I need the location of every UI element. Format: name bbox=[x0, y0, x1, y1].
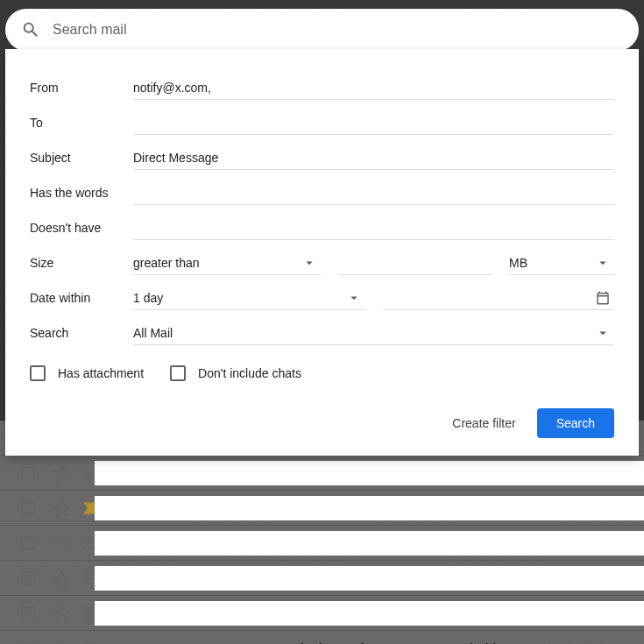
size-label: Size bbox=[30, 256, 133, 270]
to-label: To bbox=[30, 116, 133, 130]
row-overlay bbox=[95, 601, 644, 626]
size-unit-value: MB bbox=[509, 256, 527, 270]
subject-label: Subject bbox=[30, 151, 133, 165]
svg-rect-4 bbox=[22, 572, 33, 584]
search-button[interactable]: Search bbox=[537, 408, 614, 438]
doesnt-have-label: Doesn't have bbox=[30, 221, 133, 235]
svg-rect-5 bbox=[22, 607, 33, 619]
search-in-label: Search bbox=[30, 326, 133, 340]
dropdown-arrow-icon bbox=[346, 290, 362, 306]
search-bar[interactable] bbox=[5, 9, 639, 51]
select-checkbox[interactable] bbox=[19, 464, 37, 482]
has-attachment-label: Has attachment bbox=[58, 366, 144, 380]
date-within-select[interactable]: 1 day bbox=[133, 286, 365, 310]
star-icon[interactable] bbox=[53, 605, 70, 622]
no-chats-checkbox[interactable]: Don't include chats bbox=[170, 365, 301, 381]
select-checkbox[interactable] bbox=[19, 605, 37, 622]
select-checkbox[interactable] bbox=[19, 499, 37, 517]
has-attachment-checkbox[interactable]: Has attachment bbox=[30, 365, 144, 381]
row-overlay bbox=[95, 461, 644, 485]
snippet: - We noticed a login to yo bbox=[501, 641, 640, 645]
star-icon[interactable] bbox=[53, 464, 70, 482]
checkbox-icon bbox=[30, 365, 46, 381]
search-input[interactable] bbox=[53, 22, 623, 38]
svg-rect-2 bbox=[22, 502, 33, 513]
mail-row[interactable] bbox=[0, 561, 644, 596]
sender: X bbox=[116, 641, 272, 645]
no-chats-label: Don't include chats bbox=[198, 366, 301, 380]
dropdown-arrow-icon bbox=[595, 255, 611, 271]
date-within-value: 1 day bbox=[133, 291, 163, 305]
mail-row[interactable] bbox=[0, 456, 644, 491]
has-words-label: Has the words bbox=[30, 186, 133, 200]
size-unit-select[interactable]: MB bbox=[509, 251, 614, 275]
doesnt-have-input[interactable] bbox=[133, 216, 614, 240]
select-checkbox[interactable] bbox=[19, 640, 37, 645]
to-input[interactable] bbox=[133, 110, 614, 135]
star-icon[interactable] bbox=[53, 640, 70, 645]
mail-row[interactable] bbox=[0, 596, 644, 631]
mail-row[interactable]: XNew login to X from 10.514 on Android -… bbox=[0, 631, 644, 644]
has-words-input[interactable] bbox=[133, 180, 614, 205]
select-checkbox[interactable] bbox=[19, 534, 37, 552]
size-operator-select[interactable]: greater than bbox=[133, 251, 321, 275]
search-in-value: All Mail bbox=[133, 326, 173, 340]
dropdown-arrow-icon bbox=[301, 255, 317, 271]
from-label: From bbox=[30, 81, 133, 95]
create-filter-button[interactable]: Create filter bbox=[452, 416, 515, 430]
checkbox-icon bbox=[170, 365, 186, 381]
dropdown-arrow-icon bbox=[595, 325, 611, 341]
row-overlay bbox=[95, 496, 644, 520]
svg-rect-3 bbox=[22, 537, 33, 548]
search-in-select[interactable]: All Mail bbox=[133, 321, 614, 345]
calendar-icon bbox=[595, 290, 611, 306]
mail-row[interactable] bbox=[0, 526, 644, 561]
svg-rect-1 bbox=[22, 467, 33, 478]
search-icon bbox=[21, 20, 40, 39]
star-icon[interactable] bbox=[53, 570, 70, 587]
subject-input[interactable] bbox=[133, 145, 614, 170]
advanced-search-panel: From To Subject Has the words Doesn't ha… bbox=[5, 49, 639, 456]
row-overlay bbox=[95, 566, 644, 591]
select-checkbox[interactable] bbox=[19, 570, 37, 587]
row-overlay bbox=[95, 531, 644, 556]
from-input[interactable] bbox=[133, 75, 614, 100]
star-icon[interactable] bbox=[53, 534, 70, 552]
date-input[interactable] bbox=[383, 286, 615, 310]
important-icon[interactable] bbox=[82, 640, 100, 645]
star-icon[interactable] bbox=[53, 499, 70, 517]
size-quantity-input[interactable] bbox=[338, 251, 492, 275]
mail-row[interactable] bbox=[0, 491, 644, 526]
date-within-label: Date within bbox=[30, 291, 133, 305]
size-operator-value: greater than bbox=[133, 256, 200, 270]
subject: New login to X from 10.514 on Android bbox=[272, 641, 496, 645]
